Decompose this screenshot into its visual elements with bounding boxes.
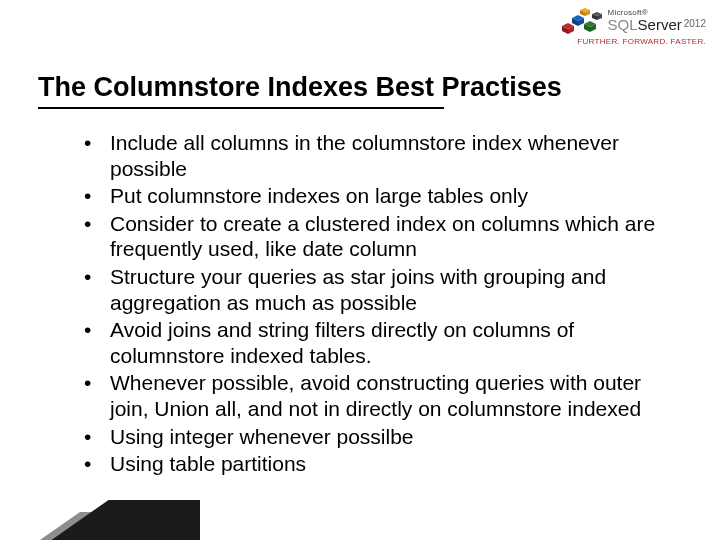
footer-wedge (0, 482, 200, 540)
brand-product-dark: Server (638, 16, 682, 33)
brand-row: Microsoft® SQLServer2012 (556, 6, 706, 36)
list-item: Consider to create a clustered index on … (78, 211, 660, 262)
title-wrap: The Columnstore Indexes Best Practises (38, 72, 660, 109)
page-title: The Columnstore Indexes Best Practises (38, 72, 566, 109)
bullet-list: Include all columns in the columnstore i… (78, 130, 660, 477)
brand-product-light: SQL (608, 16, 638, 33)
list-item: Include all columns in the columnstore i… (78, 130, 660, 181)
slide: Microsoft® SQLServer2012 FURTHER. FORWAR… (0, 0, 720, 540)
body: Include all columns in the columnstore i… (78, 130, 660, 479)
brand-block: Microsoft® SQLServer2012 FURTHER. FORWAR… (556, 6, 706, 46)
list-item: Put columnstore indexes on large tables … (78, 183, 660, 209)
brand-cubes-icon (556, 6, 602, 36)
list-item: Using integer whenever possilbe (78, 424, 660, 450)
list-item: Whenever possible, avoid constructing qu… (78, 370, 660, 421)
wedge-dark-shape (0, 500, 200, 540)
list-item: Structure your queries as star joins wit… (78, 264, 660, 315)
brand-text: Microsoft® SQLServer2012 (608, 9, 706, 33)
list-item: Avoid joins and string filters directly … (78, 317, 660, 368)
list-item: Using table partitions (78, 451, 660, 477)
brand-tagline: FURTHER. FORWARD. FASTER. (556, 38, 706, 46)
brand-product: SQLServer2012 (608, 17, 706, 33)
brand-year: 2012 (684, 18, 706, 29)
